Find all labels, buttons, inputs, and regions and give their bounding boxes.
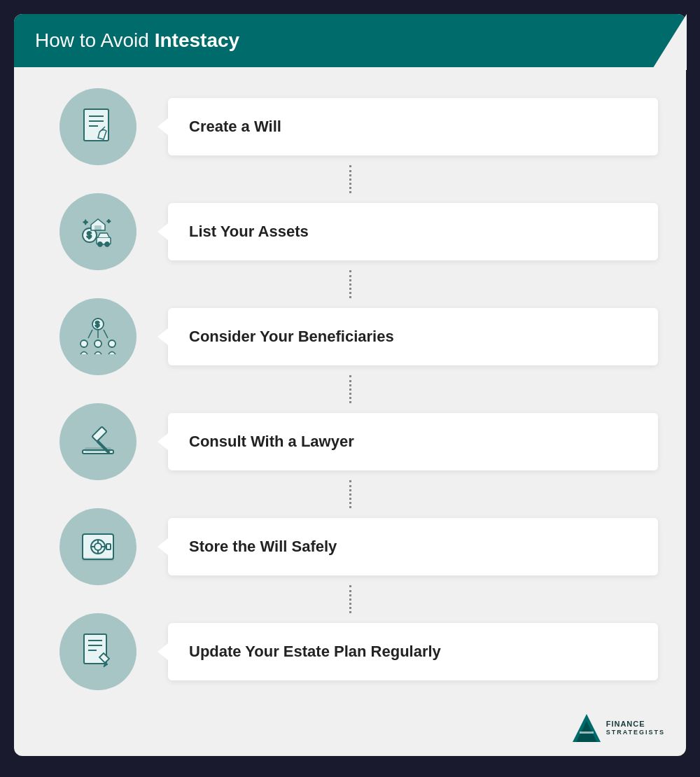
- svg-text:$: $: [87, 230, 92, 240]
- beneficiaries-icon: $: [77, 316, 119, 358]
- connector-2: [294, 270, 406, 298]
- svg-rect-23: [92, 426, 106, 441]
- footer-logo: FINANCE STRATEGISTS: [573, 714, 665, 742]
- step-row-6: Update Your Estate Plan Regularly: [42, 613, 658, 690]
- connector-1: [294, 165, 406, 193]
- page-title: How to Avoid Intestacy: [35, 29, 239, 52]
- step-circle-2: $ ✦ ✦: [59, 193, 136, 270]
- step-label-2: List Your Assets: [189, 223, 309, 240]
- step-row-5: Store the Will Safely: [42, 508, 658, 585]
- step-left-4: [42, 403, 154, 480]
- step-label-6: Update Your Estate Plan Regularly: [189, 643, 441, 660]
- svg-point-19: [94, 340, 102, 347]
- lawyer-icon: [77, 421, 119, 463]
- svg-point-27: [94, 543, 102, 550]
- connector-5: [294, 585, 406, 613]
- dotted-line-5: [349, 585, 351, 613]
- step-card-2: List Your Assets: [168, 203, 658, 260]
- step-card-6: Update Your Estate Plan Regularly: [168, 623, 658, 680]
- step-label-4: Consult With a Lawyer: [189, 433, 354, 450]
- svg-point-9: [105, 242, 109, 246]
- step-circle-1: [59, 88, 136, 165]
- brand-icon: [573, 714, 601, 742]
- svg-rect-10: [95, 226, 101, 230]
- will-icon: [77, 106, 119, 148]
- svg-point-20: [108, 340, 115, 347]
- step-row-2: $ ✦ ✦ List Your A: [42, 193, 658, 270]
- step-left-1: [42, 88, 154, 165]
- step-circle-6: [59, 613, 136, 690]
- step-circle-3: $: [59, 298, 136, 375]
- brand-text: FINANCE STRATEGISTS: [606, 719, 665, 737]
- step-left-3: $: [42, 298, 154, 375]
- step-card-1: Create a Will: [168, 98, 658, 155]
- step-label-3: Consider Your Beneficiaries: [189, 328, 394, 345]
- step-left-2: $ ✦ ✦: [42, 193, 154, 270]
- svg-text:✦: ✦: [83, 218, 88, 226]
- step-circle-4: [59, 403, 136, 480]
- assets-icon: $ ✦ ✦: [77, 211, 119, 253]
- step-left-6: [42, 613, 154, 690]
- step-card-5: Store the Will Safely: [168, 518, 658, 575]
- svg-point-18: [80, 340, 88, 347]
- steps-container: Create a Will $: [14, 67, 686, 697]
- svg-text:$: $: [95, 320, 99, 328]
- step-card-4: Consult With a Lawyer: [168, 413, 658, 470]
- step-row-3: $ Consider Your: [42, 298, 658, 375]
- svg-rect-33: [83, 558, 113, 561]
- step-left-5: [42, 508, 154, 585]
- dotted-line-2: [349, 270, 351, 298]
- step-row-4: Consult With a Lawyer: [42, 403, 658, 480]
- svg-point-8: [98, 242, 102, 246]
- dotted-line-3: [349, 375, 351, 403]
- connector-3: [294, 375, 406, 403]
- step-label-1: Create a Will: [189, 118, 281, 135]
- svg-rect-41: [580, 732, 594, 734]
- safe-icon: [77, 526, 119, 568]
- main-card: How to Avoid Intestacy: [14, 14, 686, 756]
- step-label-5: Store the Will Safely: [189, 538, 337, 555]
- svg-rect-32: [106, 544, 111, 550]
- step-card-3: Consider Your Beneficiaries: [168, 308, 658, 365]
- dotted-line-1: [349, 165, 351, 193]
- svg-text:✦: ✦: [106, 218, 111, 225]
- svg-line-16: [104, 330, 108, 338]
- connector-4: [294, 480, 406, 508]
- step-circle-5: [59, 508, 136, 585]
- update-icon: [77, 631, 119, 673]
- step-row-1: Create a Will: [42, 88, 658, 165]
- dotted-line-4: [349, 480, 351, 508]
- svg-line-15: [88, 330, 92, 338]
- header: How to Avoid Intestacy: [14, 14, 686, 67]
